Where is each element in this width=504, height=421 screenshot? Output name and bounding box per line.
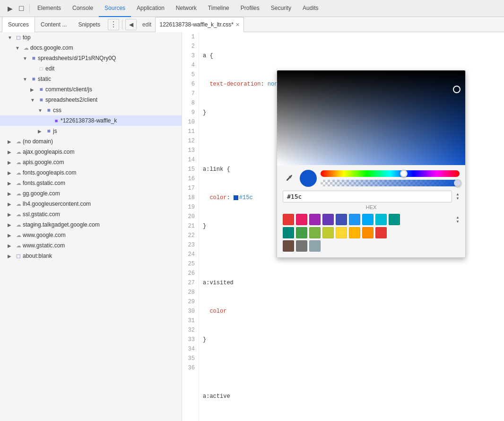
swatch-spinner-up-icon[interactable]: ▲ bbox=[456, 216, 460, 219]
line-num-20: 20 bbox=[186, 212, 195, 221]
arrow-static: ▼ bbox=[23, 77, 29, 82]
eyedropper-button[interactable] bbox=[283, 172, 296, 185]
line-num-10: 10 bbox=[186, 117, 195, 127]
tree-item-spreadsheets2[interactable]: ▼ ■ spreadsheets2/client bbox=[0, 95, 182, 105]
tab-console[interactable]: Console bbox=[67, 0, 99, 17]
tree-item-www-gstatic[interactable]: ▶ ☁ www.gstatic.com bbox=[0, 240, 182, 251]
label-ajax: ajax.googleapis.com bbox=[23, 149, 74, 155]
color-picker[interactable]: ▲ ▼ HEX ▲ ▼ bbox=[277, 70, 466, 258]
arrow-docs: ▼ bbox=[15, 45, 22, 51]
swatch-lime[interactable] bbox=[322, 227, 334, 238]
swatch-cyan[interactable] bbox=[375, 214, 387, 225]
swatch-light-green[interactable] bbox=[309, 227, 321, 238]
hue-thumb[interactable] bbox=[400, 170, 408, 177]
tree-item-apis[interactable]: ▶ ☁ apis.google.com bbox=[0, 157, 182, 167]
spinner-up-icon[interactable]: ▲ bbox=[456, 193, 460, 196]
arrow-top: ▼ bbox=[8, 35, 14, 40]
swatch-brown[interactable] bbox=[283, 240, 294, 252]
tree-item-gg[interactable]: ▶ ☁ gg.google.com bbox=[0, 188, 182, 199]
swatch-indigo[interactable] bbox=[336, 214, 347, 225]
file-tree[interactable]: ▼ ◻ top ▼ ☁ docs.google.com ▼ ■ spreadsh… bbox=[0, 32, 182, 421]
swatch-yellow[interactable] bbox=[336, 227, 347, 238]
close-file-button[interactable]: ✕ bbox=[235, 22, 240, 28]
swatch-orange[interactable] bbox=[362, 227, 374, 238]
tree-item-nodomain[interactable]: ▶ ☁ (no domain) bbox=[0, 136, 182, 147]
code-editor[interactable]: 1 2 3 4 5 6 7 8 9 10 11 12 13 14 15 16 1… bbox=[182, 32, 504, 421]
swatch-purple[interactable] bbox=[309, 214, 321, 225]
swatch-gray[interactable] bbox=[296, 240, 307, 252]
swatch-green-teal[interactable] bbox=[283, 227, 294, 238]
arrow-fonts-apis: ▶ bbox=[8, 170, 14, 175]
sub-tab-content[interactable]: Content ... bbox=[35, 17, 72, 32]
top-nav: ▶ ☐ Elements Console Sources Application… bbox=[0, 0, 504, 17]
tree-item-css[interactable]: ▼ ■ css bbox=[0, 105, 182, 115]
tree-item-comments[interactable]: ▶ ■ comments/client/js bbox=[0, 84, 182, 95]
swatch-blue-gray[interactable] bbox=[309, 240, 321, 252]
color-cursor[interactable] bbox=[453, 86, 461, 93]
modified-file-icon-waffle: ■ bbox=[52, 118, 61, 123]
tree-item-waffle[interactable]: ■ *1226138738-waffle_k bbox=[0, 115, 182, 126]
swatch-row-spinner[interactable]: ▲ ▼ bbox=[456, 216, 460, 224]
tree-item-ssl[interactable]: ▶ ☁ ssl.gstatic.com bbox=[0, 209, 182, 219]
spinner-down-icon[interactable]: ▼ bbox=[456, 197, 460, 201]
code-line-9: a:visited bbox=[203, 278, 500, 288]
tree-item-staging[interactable]: ▶ ☁ staging.talkgadget.google.com bbox=[0, 219, 182, 230]
tree-item-js[interactable]: ▶ ■ js bbox=[0, 126, 182, 136]
tree-item-fonts-apis[interactable]: ▶ ☁ fonts.googleapis.com bbox=[0, 167, 182, 178]
tab-network[interactable]: Network bbox=[170, 0, 202, 17]
hex-input[interactable] bbox=[287, 193, 448, 200]
picker-row1 bbox=[283, 170, 460, 187]
tree-item-top[interactable]: ▼ ◻ top bbox=[0, 32, 182, 43]
collapse-button[interactable]: ◀ bbox=[125, 19, 137, 30]
sub-tab-sources[interactable]: Sources bbox=[2, 17, 35, 32]
arrow-spreadsheets: ▼ bbox=[23, 56, 29, 61]
devtools-icons: ▶ ☐ bbox=[2, 4, 30, 13]
tree-item-spreadsheets[interactable]: ▼ ■ spreadsheets/d/1P1sRNQry0Q bbox=[0, 53, 182, 63]
swatch-red[interactable] bbox=[283, 214, 294, 225]
color-gradient[interactable] bbox=[277, 70, 465, 165]
swatch-light-blue[interactable] bbox=[362, 214, 374, 225]
folder-icon-js: ■ bbox=[44, 128, 53, 134]
file-tab[interactable]: 1226138738-waffle_k_ltr.css* ✕ bbox=[155, 17, 244, 32]
tree-item-static[interactable]: ▼ ■ static bbox=[0, 74, 182, 84]
tab-security[interactable]: Security bbox=[265, 0, 297, 17]
cursor-icon[interactable]: ▶ bbox=[6, 4, 14, 13]
swatch-teal[interactable] bbox=[389, 214, 400, 225]
tab-application[interactable]: Application bbox=[131, 0, 170, 17]
swatch-amber[interactable] bbox=[349, 227, 360, 238]
folder-icon-css: ■ bbox=[44, 107, 53, 114]
tab-sources[interactable]: Sources bbox=[99, 0, 131, 17]
tree-item-ajax[interactable]: ▶ ☁ ajax.googleapis.com bbox=[0, 147, 182, 157]
tab-audits[interactable]: Audits bbox=[297, 0, 324, 17]
more-tabs-button[interactable]: ⋮ bbox=[108, 19, 119, 30]
tree-item-docs[interactable]: ▼ ☁ docs.google.com bbox=[0, 43, 182, 53]
line-num-7: 7 bbox=[186, 89, 195, 98]
element-picker-icon[interactable]: ☐ bbox=[17, 4, 26, 13]
line-num-36: 36 bbox=[186, 363, 195, 373]
alpha-thumb[interactable] bbox=[454, 179, 461, 187]
label-nodomain: (no domain) bbox=[23, 138, 53, 145]
tab-timeline[interactable]: Timeline bbox=[202, 0, 235, 17]
tree-item-lh4[interactable]: ▶ ☁ lh4.googleusercontent.com bbox=[0, 199, 182, 209]
hex-spinner[interactable]: ▲ ▼ bbox=[456, 193, 460, 201]
hue-slider[interactable] bbox=[321, 170, 460, 177]
sub-tab-snippets[interactable]: Snippets bbox=[72, 17, 106, 32]
tree-item-about-blank[interactable]: ▶ ◻ about:blank bbox=[0, 251, 182, 261]
swatch-spinner-down-icon[interactable]: ▼ bbox=[456, 220, 460, 224]
tree-item-www-google[interactable]: ▶ ☁ www.google.com bbox=[0, 230, 182, 240]
swatch-green[interactable] bbox=[296, 227, 307, 238]
label-fonts-apis: fonts.googleapis.com bbox=[23, 169, 76, 176]
alpha-slider[interactable] bbox=[321, 180, 460, 186]
tab-profiles[interactable]: Profiles bbox=[235, 0, 265, 17]
swatch-deep-orange[interactable] bbox=[375, 227, 387, 238]
tree-item-fonts-gstatic[interactable]: ▶ ☁ fonts.gstatic.com bbox=[0, 178, 182, 188]
line-num-9: 9 bbox=[186, 108, 195, 117]
swatch-pink[interactable] bbox=[296, 214, 307, 225]
color-swatch[interactable] bbox=[234, 195, 238, 200]
hex-input-wrap[interactable] bbox=[283, 191, 452, 202]
tab-elements[interactable]: Elements bbox=[32, 0, 67, 17]
tree-item-edit[interactable]: □ edit bbox=[0, 63, 182, 74]
file-tab-name: 1226138738-waffle_k_ltr.css* bbox=[159, 21, 234, 28]
swatch-blue[interactable] bbox=[349, 214, 360, 225]
swatch-deep-purple[interactable] bbox=[322, 214, 334, 225]
